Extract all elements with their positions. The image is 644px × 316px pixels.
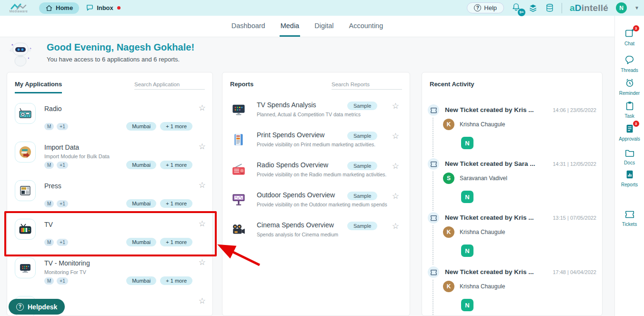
application-search-input[interactable]	[134, 82, 208, 87]
sidebar-item-docs[interactable]: Docs	[615, 147, 644, 165]
notifications-button[interactable]: 9+	[512, 2, 521, 14]
favorite-star-icon[interactable]	[392, 161, 399, 171]
cinema-spends-icon	[230, 221, 247, 238]
sidebar-item-task[interactable]: Task	[615, 101, 644, 119]
reports-search-input[interactable]	[332, 82, 405, 87]
sidebar-item-reports[interactable]: Reports	[615, 169, 644, 187]
activity-title-text[interactable]: New Ticket created by Kris ...	[445, 268, 534, 275]
report-row-tv-spends-analysis[interactable]: TV Spends Analysis Planned, Actual & Com…	[230, 101, 403, 126]
tab-accounting[interactable]: Accounting	[348, 16, 384, 37]
app-name: Import Data	[44, 143, 79, 151]
adintelle-logo: aDintellé	[570, 3, 608, 13]
activity-user-name: Krishna Chaugule	[460, 283, 505, 290]
ticket-icon	[428, 158, 439, 170]
database-icon[interactable]	[545, 3, 554, 13]
outdoor-spends-icon	[230, 191, 247, 208]
tab-dashboard[interactable]: Dashboard	[231, 16, 266, 37]
favorite-star-icon[interactable]	[199, 219, 206, 229]
scope-badge: M	[44, 277, 54, 285]
sidebar-label: Task	[615, 113, 644, 119]
favorite-star-icon[interactable]	[199, 142, 206, 152]
scope-badge: M	[44, 239, 54, 246]
market-tag: Mumbai	[126, 238, 156, 246]
app-row-tv[interactable]: TV M +1 Mumbai + 1 more	[15, 218, 206, 255]
favorite-star-icon[interactable]	[199, 257, 206, 267]
sidebar-item-chat[interactable]: 3 Chat	[615, 28, 644, 46]
helpdesk-label: Helpdesk	[28, 303, 57, 311]
reports-title: Reports	[230, 81, 253, 92]
favorite-star-icon[interactable]	[392, 101, 399, 111]
app-row-radio[interactable]: Radio M +1 Mumbai + 1 more	[15, 102, 206, 139]
help-circle-icon: ?	[16, 303, 24, 311]
activity-title-text[interactable]: New Ticket created by Kris ...	[445, 106, 534, 113]
note-badge: N	[461, 299, 473, 311]
market-tag-more: + 1 more	[160, 122, 192, 131]
favorite-star-icon[interactable]	[392, 131, 399, 141]
sidebar-item-tickets[interactable]: Tickets	[615, 210, 644, 227]
sidebar-label: Reminder	[615, 91, 644, 96]
report-row-print-spends[interactable]: Print Spends Overview Provide visibility…	[230, 131, 403, 156]
scope-badge-more: +1	[57, 123, 68, 130]
sidebar-label: Tickets	[615, 222, 644, 227]
activity-timestamp: 13:15 | 07/05/2022	[553, 215, 596, 221]
favorite-star-icon[interactable]	[199, 180, 206, 190]
layers-icon[interactable]	[528, 3, 538, 13]
activity-title-text[interactable]: New Ticket created by Sara ...	[445, 160, 535, 167]
market-tag-more: + 1 more	[160, 199, 192, 208]
sample-badge: Sample	[347, 162, 377, 170]
app-row-import-data[interactable]: Import Data Import Module for Bulk Data …	[15, 141, 206, 178]
sample-badge: Sample	[347, 102, 377, 110]
report-row-outdoor-spends[interactable]: Outdoor Spends Overview Provide visibili…	[230, 191, 403, 216]
topbar: Mediaware Home Inbox ? Help 9+	[0, 0, 644, 16]
tickets-icon	[624, 210, 635, 219]
app-description: Import Module for Bulk Data	[44, 153, 110, 159]
helpdesk-button[interactable]: ? Helpdesk	[9, 299, 65, 315]
adintelle-logo-rest: intellé	[582, 3, 608, 13]
help-label: Help	[484, 4, 497, 11]
tab-media[interactable]: Media	[280, 16, 301, 37]
page: Mediaware Home Inbox ? Help 9+	[0, 0, 644, 316]
reports-panel: Reports TV Spends	[222, 72, 410, 316]
sidebar-item-approvals[interactable]: 3 Approvals	[615, 123, 644, 142]
report-description: Spends analysis for Cinema medium	[257, 232, 338, 237]
adintelle-logo-a: a	[570, 3, 575, 13]
activity-entry: New Ticket created by Kris ... 14:06 | 2…	[428, 103, 596, 157]
scope-badge-more: +1	[57, 277, 68, 285]
activity-user-name: Krishna Chaugule	[460, 229, 505, 235]
scope-badge: M	[44, 200, 54, 207]
report-description: Provide visibility on the Radio medium m…	[257, 172, 387, 177]
report-row-radio-spends[interactable]: Radio Spends Overview Provide visibility…	[230, 161, 403, 186]
my-applications-title: My Applications	[15, 81, 62, 93]
report-description: Provide visibility on Print medium marke…	[257, 142, 375, 147]
app-row-tv-monitoring[interactable]: TV - Monitoring Monitoring For TV M +1 M…	[15, 256, 206, 294]
greeting-title: Good Evening, Nagesh Gokhale!	[47, 42, 194, 53]
sidebar-item-threads[interactable]: Threads	[615, 55, 644, 73]
help-button[interactable]: ? Help	[467, 2, 504, 13]
report-name: Cinema Spends Overview	[257, 221, 334, 229]
report-row-cinema-spends[interactable]: Cinema Spends Overview Spends analysis f…	[230, 221, 403, 246]
user-avatar: K	[443, 281, 454, 292]
activity-entry: New Ticket created by Kris ... 13:15 | 0…	[428, 211, 596, 265]
favorite-star-icon[interactable]	[199, 296, 206, 306]
approvals-badge: 3	[633, 121, 639, 127]
sidebar-label: Approvals	[615, 136, 644, 142]
app-name: Radio	[44, 105, 62, 112]
app-row-press[interactable]: Press M +1 Mumbai + 1 more	[15, 179, 206, 216]
favorite-star-icon[interactable]	[392, 191, 399, 201]
report-description: Planned, Actual & Competition TV data me…	[257, 112, 361, 117]
report-name: TV Spends Analysis	[257, 101, 316, 109]
user-avatar[interactable]: N	[616, 2, 627, 13]
favorite-star-icon[interactable]	[199, 103, 206, 113]
scope-badge: M	[44, 162, 54, 169]
home-button[interactable]: Home	[39, 2, 79, 14]
tab-digital[interactable]: Digital	[313, 16, 334, 37]
topbar-right: ? Help 9+ aDintellé N	[467, 2, 639, 14]
chevron-down-icon[interactable]: ▼	[634, 5, 639, 10]
activity-entry: New Ticket created by Kris ... 17:48 | 0…	[428, 265, 596, 316]
activity-title-text[interactable]: New Ticket created by Kris ...	[445, 214, 534, 221]
robot-avatar	[7, 39, 34, 69]
sidebar-item-reminder[interactable]: Reminder	[615, 78, 644, 96]
inbox-button[interactable]: Inbox	[86, 4, 121, 12]
favorite-star-icon[interactable]	[392, 221, 399, 231]
user-avatar: S	[443, 173, 454, 184]
